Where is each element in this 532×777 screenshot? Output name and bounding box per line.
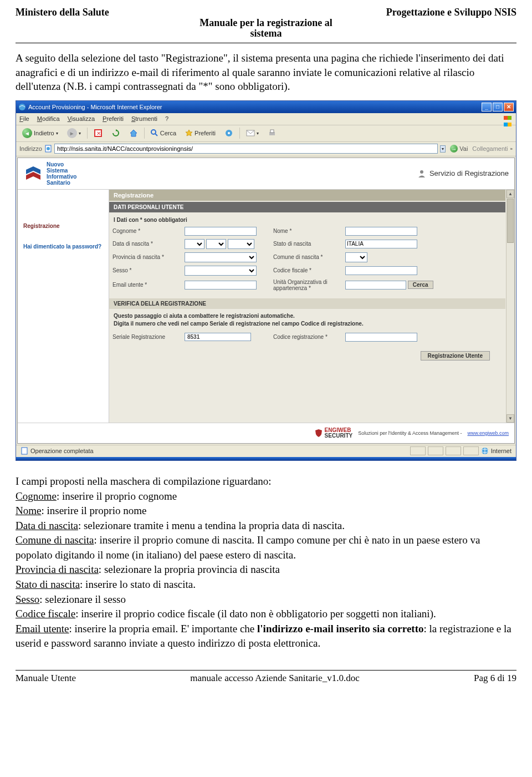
address-dropdown[interactable]: ▾	[440, 145, 446, 153]
input-cognome[interactable]	[185, 227, 257, 236]
header-right: Progettazione e Sviluppo NSIS	[386, 7, 516, 18]
label-codice-fiscale: Codice fiscale *	[270, 264, 342, 277]
label-sesso: Sesso *	[109, 264, 181, 277]
refresh-button[interactable]	[109, 128, 123, 139]
page-done-icon	[21, 447, 28, 455]
favorites-button[interactable]: Preferiti	[182, 128, 218, 138]
header-sub1: Manuale per la registrazione al	[16, 17, 516, 29]
label-data-nascita: Data di nascita *	[109, 237, 181, 251]
input-email[interactable]	[185, 281, 257, 290]
svg-rect-9	[270, 130, 274, 133]
dati-personali-bar: DATI PERSONALI UTENTE	[109, 202, 505, 212]
list-email-bold: l'indirizzo e-mail inserito sia corretto	[257, 623, 423, 634]
section-title: Registrazione	[109, 190, 505, 201]
address-input[interactable]	[54, 144, 438, 154]
globe-icon	[481, 447, 489, 455]
header-divider	[16, 43, 516, 43]
zone-text: Internet	[491, 448, 511, 454]
footer-left: Manuale Utente	[16, 673, 76, 684]
svg-point-0	[19, 104, 25, 110]
home-button[interactable]	[126, 128, 141, 139]
label-codice-reg: Codice registrazione *	[270, 331, 342, 343]
select-giorno[interactable]	[185, 239, 204, 249]
ie-window: Account Provisioning - Microsoft Interne…	[16, 100, 516, 461]
select-provincia[interactable]	[185, 252, 257, 262]
verify-note2: Digita il numero che vedi nel campo Seri…	[114, 320, 501, 328]
cerca-button[interactable]: Cerca	[408, 281, 433, 289]
media-button[interactable]	[222, 128, 236, 139]
maximize-button[interactable]: □	[493, 103, 503, 111]
intro-paragraph: A seguito della selezione del tasto "Reg…	[16, 51, 516, 94]
list-email-text1: : inserire la propria email. E' importan…	[69, 623, 258, 634]
menu-preferiti[interactable]: Preferiti	[103, 115, 124, 122]
stop-button[interactable]: ✕	[91, 128, 105, 139]
svg-point-3	[151, 130, 156, 134]
page-icon	[44, 145, 52, 153]
footer-divider	[16, 670, 516, 671]
search-button[interactable]: Cerca	[148, 128, 179, 138]
svg-point-6	[228, 132, 230, 134]
header-sub2: sistema	[16, 28, 516, 39]
list-staton-text: : inserire lo stato di nascita.	[80, 578, 196, 590]
ie-logo-icon	[18, 103, 26, 111]
ie-statusbar: Operazione completata Internet	[16, 445, 516, 457]
select-anno[interactable]	[228, 239, 254, 249]
verify-note1: Questo passaggio ci aiuta a combattere l…	[114, 312, 501, 320]
input-unita-org[interactable]	[345, 281, 406, 290]
input-stato-nascita[interactable]	[345, 240, 417, 248]
shield-icon	[315, 429, 323, 438]
scroll-down-icon[interactable]: ▼	[507, 414, 514, 423]
svg-point-12	[420, 170, 423, 174]
menu-help[interactable]: ?	[165, 115, 168, 122]
vertical-scrollbar[interactable]: ▲ ▼	[506, 190, 514, 423]
menu-file[interactable]: FFileile	[19, 115, 29, 122]
go-button[interactable]: → Vai	[448, 144, 470, 154]
input-nome[interactable]	[345, 227, 417, 236]
select-comune[interactable]	[345, 252, 367, 262]
sidebar-link-forgot[interactable]: Hai dimenticato la password?	[23, 243, 103, 250]
app-footer: ENGIWEB SECURITY Soluzioni per l'Identit…	[18, 423, 514, 443]
input-codice-fiscale[interactable]	[345, 266, 417, 275]
label-provincia-nascita: Provincia di nascita *	[109, 251, 181, 264]
logo-line3: Informativo	[47, 174, 76, 180]
back-button[interactable]: ◄ Indietro ▾	[19, 127, 61, 139]
print-button[interactable]	[265, 128, 279, 139]
servizio-title: Servizio di Registrazione	[429, 169, 509, 177]
input-codice-reg[interactable]	[345, 333, 417, 342]
select-mese[interactable]	[206, 239, 226, 249]
registrazione-utente-button[interactable]: Registrazione Utente	[421, 351, 490, 360]
mandatory-note: I Dati con * sono obbligatori	[109, 212, 505, 225]
label-seriale: Seriale Registrazione	[109, 331, 181, 343]
links-chevron-icon[interactable]: »	[510, 146, 513, 151]
menu-modifica[interactable]: Modifica	[37, 115, 60, 122]
list-nome-label: Nome	[16, 505, 41, 516]
label-email: Email utente *	[109, 277, 181, 293]
list-cf-text: : inserire il proprio codice fiscale (il…	[75, 608, 436, 619]
menu-visualizza[interactable]: Visualizza	[68, 115, 95, 122]
mail-button[interactable]: ▾	[243, 128, 262, 138]
forward-button[interactable]: ► ▾	[64, 127, 84, 139]
field-description-block: I campi proposti nella maschera di compi…	[16, 474, 516, 651]
list-email-label: Email utente	[16, 623, 69, 634]
label-unita-org: Unità Organizzativa di appartenenza *	[270, 277, 342, 293]
form-table: Cognome * Nome * Data di nascita * Stato…	[109, 225, 505, 293]
header-left: Ministero della Salute	[16, 7, 109, 18]
select-sesso[interactable]	[185, 266, 257, 276]
footer-link[interactable]: www.engiweb.com	[467, 430, 509, 436]
sidebar-link-registrazione[interactable]: Registrazione	[23, 223, 103, 229]
scroll-up-icon[interactable]: ▲	[507, 190, 514, 198]
close-button[interactable]: ✕	[504, 103, 514, 111]
minimize-button[interactable]: _	[482, 103, 492, 111]
list-staton-label: Stato di nascita	[16, 578, 80, 590]
label-stato-nascita: Stato di nascita	[270, 237, 342, 251]
windows-flag-icon	[504, 114, 514, 124]
links-label[interactable]: Collegamenti	[472, 145, 508, 152]
app-sidebar: Registrazione Hai dimenticato la passwor…	[18, 190, 109, 423]
list-provn-label: Provincia di nascita	[16, 563, 99, 575]
footer-text: Soluzioni per l'Identity & Access Manage…	[358, 430, 462, 436]
ie-toolbar: ◄ Indietro ▾ ► ▾ ✕ Cerca Preferiti ▾	[16, 125, 516, 142]
taskbar-stripe	[16, 457, 516, 460]
list-datan-label: Data di nascita	[16, 520, 78, 531]
menu-strumenti[interactable]: Strumenti	[131, 115, 157, 122]
scroll-thumb[interactable]	[507, 199, 514, 243]
